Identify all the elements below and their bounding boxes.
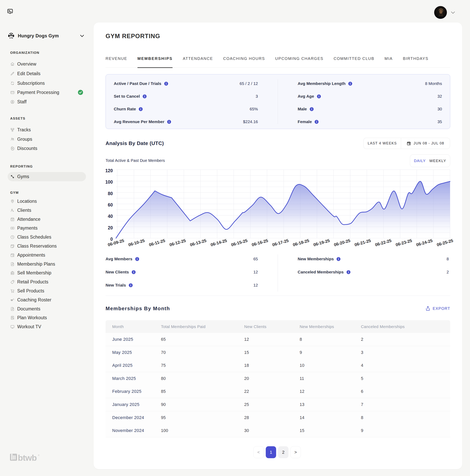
svg-text:06-21-25: 06-21-25 — [354, 238, 371, 247]
svg-text:06-16-25: 06-16-25 — [251, 238, 268, 247]
svg-text:06-24-25: 06-24-25 — [416, 238, 433, 247]
svg-text:06-25-25: 06-25-25 — [436, 238, 453, 247]
svg-text:20: 20 — [108, 225, 113, 230]
svg-text:btwb: btwb — [18, 454, 37, 461]
svg-text:06-17-25: 06-17-25 — [272, 238, 289, 247]
svg-text:06-19-25: 06-19-25 — [313, 238, 330, 247]
svg-text:06-11-25: 06-11-25 — [148, 238, 166, 247]
svg-text:06-22-25: 06-22-25 — [374, 238, 392, 247]
svg-text:0: 0 — [110, 237, 113, 242]
svg-text:80: 80 — [108, 191, 113, 196]
svg-text:40: 40 — [108, 214, 113, 219]
svg-text:06-18-25: 06-18-25 — [292, 238, 310, 247]
svg-text:06-14-25: 06-14-25 — [210, 238, 227, 247]
svg-text:60: 60 — [108, 202, 113, 207]
svg-text:06-09-25: 06-09-25 — [107, 238, 124, 247]
svg-text:06-10-25: 06-10-25 — [128, 238, 145, 247]
svg-text:GYM: GYM — [9, 37, 13, 39]
svg-text:06-15-25: 06-15-25 — [230, 238, 248, 247]
svg-text:06-12-25: 06-12-25 — [169, 238, 186, 247]
svg-text:06-13-25: 06-13-25 — [189, 238, 207, 247]
svg-text:06-23-25: 06-23-25 — [395, 238, 412, 247]
svg-text:06-20-25: 06-20-25 — [333, 238, 351, 247]
svg-text:120: 120 — [105, 168, 113, 173]
svg-text:100: 100 — [105, 179, 113, 185]
svg-text:®: ® — [38, 454, 39, 457]
